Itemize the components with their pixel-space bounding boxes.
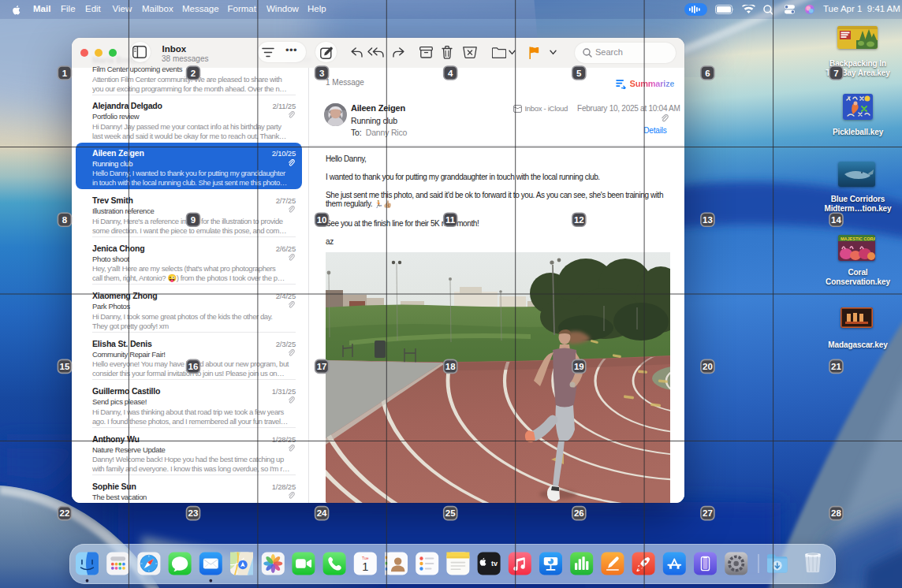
svg-text:2: 2 <box>191 69 196 78</box>
svg-text:15: 15 <box>60 362 70 371</box>
svg-text:24: 24 <box>317 508 327 518</box>
svg-text:19: 19 <box>574 362 584 371</box>
svg-text:6: 6 <box>705 69 710 78</box>
svg-text:14: 14 <box>831 215 841 225</box>
svg-text:22: 22 <box>60 508 70 518</box>
svg-text:7: 7 <box>833 69 838 78</box>
svg-text:25: 25 <box>445 508 456 518</box>
svg-text:28: 28 <box>831 508 841 518</box>
svg-text:20: 20 <box>703 362 713 371</box>
svg-text:16: 16 <box>188 362 199 371</box>
svg-text:13: 13 <box>703 215 713 225</box>
svg-text:17: 17 <box>317 362 327 371</box>
svg-text:12: 12 <box>574 215 584 225</box>
svg-text:11: 11 <box>445 215 456 225</box>
svg-text:27: 27 <box>703 508 713 518</box>
svg-text:18: 18 <box>445 362 456 371</box>
svg-text:10: 10 <box>317 215 327 225</box>
svg-text:26: 26 <box>574 508 584 518</box>
svg-text:23: 23 <box>188 508 199 518</box>
svg-text:9: 9 <box>191 215 196 225</box>
svg-text:8: 8 <box>62 215 68 225</box>
svg-text:4: 4 <box>448 69 453 78</box>
svg-text:5: 5 <box>576 69 582 78</box>
svg-text:21: 21 <box>831 362 841 371</box>
svg-text:3: 3 <box>319 69 324 78</box>
svg-text:1: 1 <box>62 69 68 78</box>
